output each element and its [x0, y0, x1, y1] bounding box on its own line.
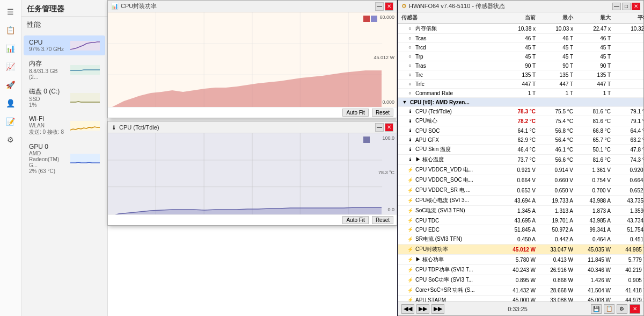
- hw-col-sensor: 传感器: [401, 14, 498, 21]
- tm-icon-users[interactable]: 👤: [3, 96, 18, 111]
- hw-avg: 47.8 °C: [611, 147, 643, 153]
- hwinfo-body: ○内存倍频10.38 x10.03 x22.47 x10.32 x○Tcas46…: [398, 24, 643, 301]
- hw-current: 5.780 W: [498, 257, 536, 263]
- footer-step-btn[interactable]: ▶▶: [431, 304, 444, 314]
- tctl-autofit-btn[interactable]: Auto Fit: [342, 216, 368, 224]
- tm-memory-name: 内存: [29, 59, 67, 68]
- tm-list: CPU 97% 3.70 GHz 内存 8.8/31.3 GB (2...: [21, 33, 107, 316]
- tctl-icon: 🌡: [111, 124, 117, 131]
- tctl-minimize[interactable]: —: [375, 123, 384, 132]
- hw-min: 75.5 °C: [536, 109, 573, 114]
- hw-min: 0.914 V: [536, 167, 573, 173]
- hw-avg: 44.979 W: [611, 297, 643, 302]
- footer-icon2[interactable]: 📋: [604, 304, 614, 314]
- tm-gpu-sub2: 2% (63 °C): [29, 168, 67, 174]
- tm-disk-pct: 1%: [29, 102, 67, 108]
- tm-icon-performance[interactable]: 📊: [3, 41, 18, 56]
- hw-max: 135 T: [573, 72, 611, 78]
- tm-section: 性能: [21, 17, 107, 33]
- cpu-power-reset-btn[interactable]: Reset: [372, 109, 393, 117]
- hw-avg: 51.754 A: [611, 227, 643, 233]
- hw-avg: 44.985 W: [611, 247, 643, 253]
- tm-item-wifi[interactable]: Wi-Fi WLAN 发送: 0 接收: 8: [24, 112, 105, 139]
- footer-icon3[interactable]: ⚙: [617, 304, 627, 314]
- tm-icon-services[interactable]: ⚙: [3, 132, 18, 147]
- hwinfo-table-header: 传感器 当前 最小 最大 平均: [398, 12, 643, 24]
- hw-col-avg: 平均: [611, 14, 644, 21]
- hwinfo-maximize-btn[interactable]: □: [622, 3, 631, 10]
- tm-item-disk[interactable]: 磁盘 0 (C:) SSD 1%: [24, 84, 105, 111]
- tm-wifi-type: WLAN: [29, 123, 67, 128]
- footer-icons: 💾 📋 ⚙ ✕: [591, 304, 640, 314]
- hw-current: 51.845 A: [498, 227, 536, 233]
- footer-icon1[interactable]: 💾: [591, 304, 602, 314]
- hw-sensor-name: ⚡CPU SoC功率 (SVI3 T...: [401, 276, 498, 284]
- hw-min: 56.8 °C: [536, 128, 573, 134]
- hw-table-row: ○Trfc447 T447 T447 T: [398, 80, 643, 89]
- hwinfo-footer: ◀◀ ▶▶ ▶▶ 0:33:25 💾 📋 ⚙ ✕: [398, 301, 643, 315]
- cpu-power-indicator1: [363, 16, 370, 22]
- hw-sensor-icon: ⚡: [407, 256, 413, 263]
- hw-max: 66.8 °C: [573, 128, 611, 134]
- cpu-power-title: 📊 CPU封装功率: [111, 2, 157, 10]
- tm-item-gpu[interactable]: GPU 0 AMD Radeon(TM) G... 2% (63 °C): [24, 140, 105, 177]
- hw-sensor-icon: 🌡: [407, 127, 413, 134]
- hw-table-row[interactable]: ▼CPU [#0]: AMD Ryzen...: [398, 98, 643, 107]
- hw-avg: 40.219 W: [611, 267, 643, 273]
- hw-max: 1.361 V: [573, 167, 611, 173]
- hw-sensor-icon: 🌡: [407, 137, 413, 143]
- footer-prev-btn[interactable]: ◀◀: [401, 304, 414, 314]
- hw-max: 81.6 °C: [573, 109, 611, 114]
- footer-next-btn[interactable]: ▶▶: [416, 304, 429, 314]
- tm-item-memory[interactable]: 内存 8.8/31.3 GB (2...: [24, 56, 105, 83]
- hw-current: 45.012 W: [498, 247, 536, 253]
- tm-icon-processes[interactable]: 📋: [3, 23, 18, 38]
- hw-sensor-name: ⚡▶ 核心功率: [401, 256, 498, 263]
- hw-sensor-icon: ⚡: [407, 287, 413, 293]
- tm-item-cpu[interactable]: CPU 97% 3.70 GHz: [24, 35, 105, 55]
- cpu-power-minimize[interactable]: —: [375, 2, 384, 11]
- tm-wifi-speed: 发送: 0 接收: 8: [29, 128, 67, 136]
- hw-sensor-name: ⚡CPU TDC: [401, 217, 498, 224]
- tctl-reset-btn[interactable]: Reset: [372, 216, 393, 224]
- tm-icon-apphistory[interactable]: 📈: [3, 59, 18, 74]
- hw-avg: 79.1 °C: [611, 118, 643, 124]
- tctl-close[interactable]: ✕: [385, 123, 393, 132]
- tctl-window: 🌡 CPU (Tctl/Tdie) — ✕ 100.0 78.3 °C 0.0 …: [107, 121, 397, 226]
- cpu-power-chart: 60.000 45.012 W 0.000: [108, 12, 397, 107]
- footer-icon-close[interactable]: ✕: [630, 304, 640, 314]
- hw-sensor-name: ○Trfc: [401, 81, 498, 87]
- hw-table-row: 🌡CPU SOC64.1 °C56.8 °C66.8 °C64.4 °C: [398, 126, 643, 135]
- hw-min: 447 T: [536, 81, 573, 87]
- hw-avg: 0.905 W: [611, 277, 643, 283]
- hw-max: 447 T: [573, 81, 611, 87]
- hw-min: 45 T: [536, 54, 573, 60]
- tm-memory-sparkline: [70, 65, 100, 75]
- hw-sensor-icon: ⚡: [407, 236, 413, 242]
- hw-min: 1.313 A: [536, 208, 573, 214]
- cpu-power-autofit-btn[interactable]: Auto Fit: [342, 109, 368, 117]
- hw-max: 45 T: [573, 45, 611, 51]
- tm-main: 任务管理器 性能 CPU 97% 3.70 GHz: [21, 0, 107, 316]
- tm-icon-details[interactable]: 📝: [3, 114, 18, 129]
- cpu-power-close[interactable]: ✕: [385, 2, 393, 11]
- hwinfo-close-btn[interactable]: ✕: [632, 3, 640, 10]
- hw-avg: 74.3 °C: [611, 157, 643, 163]
- hwinfo-minimize-btn[interactable]: —: [612, 3, 621, 10]
- hw-current: 0.664 V: [498, 177, 536, 183]
- hw-avg: 0.652 V: [611, 188, 643, 193]
- tm-icon-startup[interactable]: 🚀: [3, 77, 18, 92]
- hw-sensor-icon: ○: [407, 71, 413, 78]
- tm-icon-menu[interactable]: ☰: [3, 4, 18, 19]
- hw-max: 1 T: [573, 90, 611, 96]
- hw-table-row: ⚡SR电流 (SVI3 TFN)0.450 A0.442 A0.464 A0.4…: [398, 234, 643, 245]
- hw-table-row: ⚡CPU VDDCR_SOC 电...0.664 V0.660 V0.754 V…: [398, 175, 643, 185]
- hw-current: 41.432 W: [498, 288, 536, 293]
- hw-current: 1.345 A: [498, 208, 536, 214]
- hw-avg: 43.735 A: [611, 198, 643, 204]
- hwinfo-icon: ⚙: [401, 3, 407, 10]
- hw-col-current: 当前: [498, 14, 536, 21]
- hwinfo-window: ⚙ HWiNFO64 v7.46-5110 - 传感器状态 — □ ✕ 传感器 …: [398, 0, 644, 316]
- hw-current: 90 T: [498, 63, 536, 69]
- hw-min: 45 T: [536, 45, 573, 51]
